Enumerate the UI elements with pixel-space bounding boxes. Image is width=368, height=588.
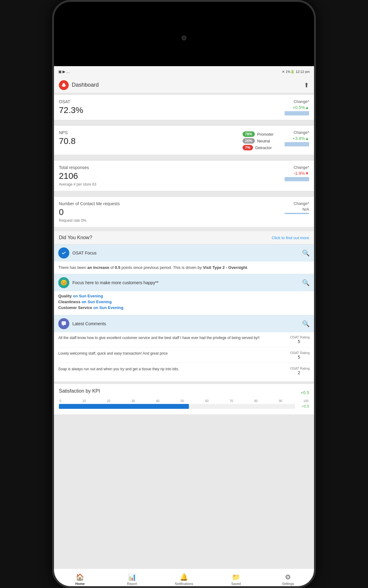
share-icon[interactable]: ⬆ — [304, 81, 309, 89]
insight-osat-header[interactable]: OSAT Focus 🔍 — [54, 244, 314, 262]
device-frame: ▣ ▶ ... ✕ 1%🔋 12:12 pm Dashboard ⬆ OSAT … — [52, 0, 316, 588]
nav-saved[interactable]: 📁 Saved — [210, 573, 262, 586]
contact-card: Number of Contact Me requests 0 Request … — [54, 197, 314, 227]
badge-neutral-row: 16% Neutral — [243, 138, 274, 144]
report-icon: 📊 — [128, 573, 136, 581]
divider-4 — [54, 229, 314, 231]
insight-osat-body: There has been an increase of 0.5 points… — [54, 262, 314, 274]
insight-comments-header[interactable]: Latest Comments 🔍 — [54, 315, 314, 332]
focus-item-2: Cleanliness on Sun Evening — [58, 300, 310, 304]
comment-2-text: Lovely welcoming staff, quick and easy t… — [58, 351, 285, 356]
insight-body-end: . — [247, 265, 248, 270]
focus-expand-icon[interactable]: 🔍 — [302, 279, 310, 286]
contact-value: 0 — [59, 207, 120, 217]
contact-label: Number of Contact Me requests — [59, 201, 120, 206]
comments-icon — [58, 318, 69, 329]
focus-item-1-on: on — [73, 294, 79, 298]
nav-settings[interactable]: ⚙ Settings — [262, 573, 314, 586]
focus-item-1: Quality on Sun Evening — [58, 294, 310, 298]
comment-2-rating: OSAT Rating 5 — [288, 351, 310, 360]
comment-1-text: All the staff know how to give excellent… — [58, 335, 285, 341]
comments-expand-icon[interactable]: 🔍 — [302, 320, 310, 327]
nav-report[interactable]: 📊 Report — [106, 573, 158, 586]
nps-badges: 78% Promoter 16% Neutral 7% Detractor — [243, 131, 274, 150]
comment-2-rating-value: 5 — [288, 355, 310, 360]
camera — [182, 36, 186, 40]
osat-focus-expand-icon[interactable]: 🔍 — [302, 249, 310, 257]
kpi-bar-row-1: +0.5 — [59, 404, 309, 409]
status-left-icons: ▣ ▶ ... — [58, 70, 70, 74]
kpi-bar-fill-1 — [59, 404, 189, 409]
kpi-bar-bg-1 — [59, 404, 295, 409]
insight-body-text3: points since previous period. This is dr… — [120, 265, 203, 270]
detractor-badge: 7% — [243, 145, 253, 150]
contact-change-label: Change* — [278, 201, 309, 206]
promoter-label: Promoter — [257, 132, 274, 137]
nav-notifications[interactable]: 🔔 Notifications — [158, 573, 210, 586]
focus-item-3: Customer Service on Sun Evening — [58, 305, 310, 310]
app-logo — [59, 80, 69, 90]
insight-osat-card: OSAT Focus 🔍 There has been an increase … — [54, 244, 314, 274]
comment-1-rating-value: 5 — [288, 339, 310, 344]
satisfaction-section: Satisfaction by KPI +0.5 010203040506070… — [54, 384, 314, 414]
osat-change-value: +0.5%▲ — [278, 105, 309, 110]
device-top-bezel — [54, 2, 314, 66]
insight-body-bold1: an increase — [87, 265, 109, 270]
kpi-axis: 0102030405060708090100 — [59, 399, 309, 403]
detractor-label: Detractor — [255, 145, 272, 150]
app-title: Dashboard — [72, 82, 304, 88]
comment-row-2: Lovely welcoming staff, quick and easy t… — [58, 351, 310, 363]
nav-home-label: Home — [75, 582, 85, 586]
badge-promoter-row: 78% Promoter — [243, 131, 274, 137]
home-icon: 🏠 — [76, 573, 84, 581]
comment-row-1: All the staff know how to give excellent… — [58, 335, 310, 347]
nps-value: 70.8 — [59, 136, 76, 146]
nav-home[interactable]: 🏠 Home — [54, 573, 106, 586]
content-area: OSAT 72.3% Change* +0.5%▲ NPS 70.8 — [54, 93, 314, 568]
focus-item-1-label: Quality — [58, 294, 72, 298]
dyk-title: Did You Know? — [59, 235, 92, 240]
focus-item-2-on: on — [82, 300, 88, 304]
focus-item-2-label: Cleanliness — [58, 300, 80, 304]
focus-items-list: Quality on Sun Evening Cleanliness on Su… — [54, 291, 314, 315]
status-right-info: ✕ 1%🔋 12:12 pm — [282, 70, 310, 74]
divider-5 — [54, 382, 314, 384]
osat-change-bar — [285, 111, 309, 115]
responses-change-value: -1.9%▼ — [278, 171, 309, 176]
nps-change-label: Change* — [278, 130, 309, 135]
focus-item-3-label: Customer Service — [58, 305, 92, 310]
insight-body-bold2: 0.5 — [115, 265, 120, 270]
comment-3-rating: OSAT Rating 2 — [288, 367, 310, 375]
divider-3 — [54, 193, 314, 195]
comment-1-rating: OSAT Rating 5 — [288, 335, 310, 344]
comments-list: All the staff know how to give excellent… — [54, 332, 314, 381]
nps-card: NPS 70.8 78% Promoter 16% Neutral — [54, 126, 314, 155]
comment-2-rating-label: OSAT Rating — [288, 351, 310, 355]
nav-saved-label: Saved — [231, 582, 241, 586]
osat-card: OSAT 72.3% Change* +0.5%▲ — [54, 95, 314, 120]
dyk-link[interactable]: Click to find out more — [272, 236, 309, 240]
responses-change-col: Change* -1.9%▼ — [278, 165, 309, 181]
contact-change-col: Change* N/A — [278, 201, 309, 214]
divider-2 — [54, 156, 314, 159]
nav-settings-label: Settings — [282, 582, 294, 586]
divider-1 — [54, 122, 314, 124]
nps-change-col: Change* +3.4%▲ — [278, 130, 309, 146]
neutral-label: Neutral — [257, 139, 270, 143]
responses-label: Total responses — [59, 165, 96, 170]
comment-3-rating-value: 2 — [288, 370, 310, 375]
insight-body-text2: of — [109, 265, 115, 270]
contact-sub: Request rate 0% — [59, 218, 120, 223]
focus-item-2-day: Sun Evening — [87, 300, 112, 304]
insight-comments-card: Latest Comments 🔍 All the staff know how… — [54, 315, 314, 382]
promoter-badge: 78% — [243, 131, 255, 137]
nav-notifications-label: Notifications — [175, 582, 193, 586]
nps-change-value: +3.4%▲ — [278, 136, 309, 141]
focus-item-3-on: on — [93, 305, 99, 310]
focus-title: Focus here to make more customers happy*… — [72, 280, 159, 285]
insight-focus-header[interactable]: 😊 Focus here to make more customers happ… — [54, 274, 314, 291]
nps-label: NPS — [59, 130, 76, 135]
insight-focus-card: 😊 Focus here to make more customers happ… — [54, 274, 314, 315]
osat-label: OSAT — [59, 99, 83, 104]
nav-report-label: Report — [127, 582, 137, 586]
